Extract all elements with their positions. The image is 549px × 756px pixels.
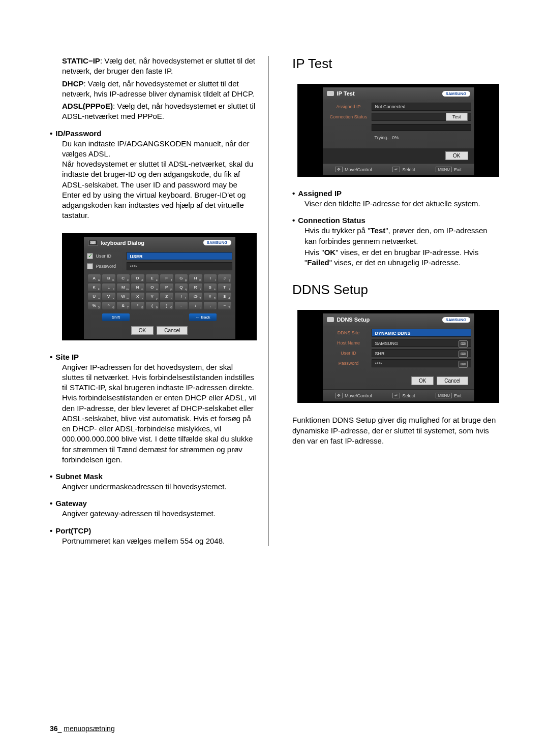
footer-move: ✥Move/Control — [335, 167, 372, 172]
key-,[interactable]: ,; — [204, 302, 217, 309]
id-password-heading: ID/Password — [55, 129, 101, 138]
bullet-dot: • — [50, 129, 52, 138]
gateway-heading: Gateway — [55, 499, 87, 508]
ip-test-screenshot: IP Test SAMSUNG Assigned IPNot Connected… — [297, 84, 499, 177]
connection-status-body1: Hvis du trykker på "Test", prøver den, o… — [304, 226, 499, 246]
enter-icon: ↵ — [392, 167, 400, 172]
key-N[interactable]: Nn — [131, 284, 144, 291]
password-checkbox[interactable] — [87, 263, 93, 269]
virtual-keyboard: AaBbCcDdEeFfGgHhIiJjKkLlMmNnOoPpQqRrSsTt… — [87, 272, 232, 311]
assigned-ip-value: Not Connected — [372, 103, 471, 111]
key-F[interactable]: Ff — [160, 274, 173, 282]
key-#[interactable]: #3 — [204, 293, 217, 300]
ok-button[interactable]: OK — [445, 151, 468, 160]
key-Z[interactable]: Zz — [160, 293, 173, 300]
samsung-logo: SAMSUNG — [203, 240, 231, 245]
footer-select: ↵Select — [392, 167, 415, 172]
ddns-password-value[interactable]: ****⌨ — [372, 359, 471, 367]
userid-value[interactable]: USER — [127, 252, 232, 260]
key-![interactable]: !1 — [175, 293, 188, 300]
key-M[interactable]: Mm — [117, 284, 130, 291]
keyboard-icon: ⌨ — [88, 240, 98, 245]
arrow-left-icon: ← — [196, 315, 200, 320]
key-([interactable]: (9 — [146, 302, 159, 309]
keyboard-title: keyboard Dialog — [101, 240, 145, 246]
keyboard-icon[interactable]: ⌨ — [459, 351, 468, 358]
gateway-body: Angiver gateway-adressen til hovedsystem… — [62, 509, 257, 519]
key-A[interactable]: Aa — [88, 274, 101, 282]
key-Y[interactable]: Yy — [146, 293, 159, 300]
key-B[interactable]: Bb — [102, 274, 115, 282]
key-*[interactable]: *8 — [131, 302, 144, 309]
key-G[interactable]: Gg — [175, 274, 188, 282]
key-D[interactable]: Dd — [131, 274, 144, 282]
progress-text: Trying... 0% — [372, 133, 402, 142]
dhcp-text: DHCP: Vælg det, når hovedsystemet er slu… — [62, 79, 257, 100]
ddns-site-label: DDNS Site — [326, 330, 372, 335]
cancel-button[interactable]: Cancel — [437, 376, 468, 385]
keyboard-icon[interactable]: ⌨ — [459, 340, 468, 348]
password-value[interactable]: **** — [127, 262, 232, 270]
key--[interactable]: -. — [175, 302, 188, 309]
ok-button[interactable]: OK — [131, 326, 154, 335]
key-^[interactable]: ^6 — [102, 302, 115, 309]
keyboard-icon[interactable]: ⌨ — [459, 361, 468, 368]
key-P[interactable]: Pp — [160, 284, 173, 291]
subnet-body: Angiver undermaskeadressen til hovedsyst… — [62, 482, 257, 492]
key-~[interactable]: ~? — [218, 302, 231, 309]
port-body: Portnummeret kan vælges mellem 554 og 20… — [62, 536, 257, 546]
key-&[interactable]: &7 — [117, 302, 130, 309]
footer-move: ✥Move/Control — [335, 393, 372, 398]
footer-select: ↵Select — [392, 393, 415, 398]
key-K[interactable]: Kk — [88, 284, 101, 291]
samsung-logo: SAMSUNG — [442, 91, 470, 97]
key-U[interactable]: Uu — [88, 293, 101, 300]
ok-button[interactable]: OK — [411, 376, 434, 385]
key-L[interactable]: Ll — [102, 284, 115, 291]
key-@[interactable]: @2 — [189, 293, 202, 300]
key-V[interactable]: Vv — [102, 293, 115, 300]
password-label: Password — [96, 264, 127, 269]
key-R[interactable]: Rr — [189, 284, 202, 291]
key-O[interactable]: Oo — [146, 284, 159, 291]
key-%[interactable]: %5 — [88, 302, 101, 309]
footer-exit: MENUExit — [436, 393, 462, 398]
ddns-userid-value[interactable]: SHR⌨ — [372, 349, 471, 357]
shift-key[interactable]: Shift — [102, 313, 130, 321]
key-S[interactable]: Ss — [204, 284, 217, 291]
key-/[interactable]: /: — [189, 302, 202, 309]
key-H[interactable]: Hh — [189, 274, 202, 282]
test-button[interactable]: Test — [446, 113, 468, 121]
connection-status-label: Connection Status — [326, 114, 372, 119]
key-W[interactable]: Ww — [117, 293, 130, 300]
assigned-ip-body: Viser den tildelte IP-adresse for det ak… — [304, 199, 499, 209]
key-C[interactable]: Cc — [117, 274, 130, 282]
port-heading: Port(TCP) — [55, 526, 91, 535]
assigned-ip-heading: Assigned IP — [298, 189, 342, 198]
page-footer: 36_ menuopsætning — [50, 724, 115, 733]
network-icon — [327, 91, 334, 96]
network-icon — [327, 317, 334, 322]
key-$[interactable]: $4 — [218, 293, 231, 300]
site-ip-heading: Site IP — [55, 353, 79, 361]
back-key[interactable]: ←Back — [189, 313, 217, 321]
subnet-heading: Subnet Mask — [55, 472, 103, 481]
key-)[interactable]: )0 — [160, 302, 173, 309]
key-Q[interactable]: Qq — [175, 284, 188, 291]
id-password-body: Du kan indtaste IP/ADGANGSKODEN manuelt,… — [62, 139, 257, 221]
connection-status-heading: Connection Status — [298, 216, 365, 225]
enter-icon: ↵ — [392, 393, 400, 398]
key-X[interactable]: Xx — [131, 293, 144, 300]
key-T[interactable]: Tt — [218, 284, 231, 291]
cancel-button[interactable]: Cancel — [157, 326, 188, 335]
ddns-site-value[interactable]: DYNAMIC DDNS — [372, 329, 471, 337]
key-J[interactable]: Jj — [218, 274, 231, 282]
key-I[interactable]: Ii — [204, 274, 217, 282]
connection-status-value: Test — [372, 113, 471, 121]
footer-text: menuopsætning — [64, 724, 114, 733]
ddns-panel-title: DDNS Setup — [337, 317, 370, 323]
key-E[interactable]: Ee — [146, 274, 159, 282]
static-ip-text: STATIC−IP: Vælg det, når hovedsystemet e… — [62, 56, 257, 77]
host-name-value[interactable]: SAMSUNG⌨ — [372, 339, 471, 347]
userid-checkbox[interactable] — [87, 253, 93, 259]
